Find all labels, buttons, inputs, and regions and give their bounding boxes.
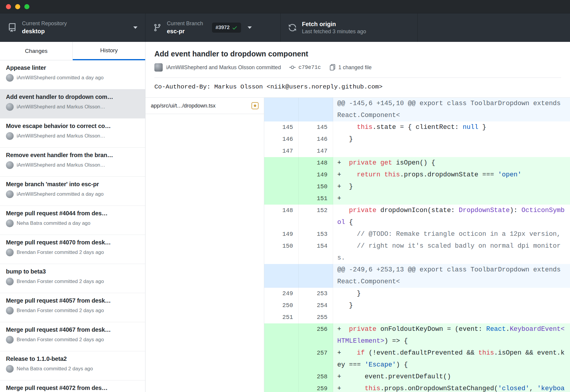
- tab-changes[interactable]: Changes: [0, 42, 73, 60]
- commit-list-item[interactable]: Appease linteriAmWillShepherd committed …: [0, 60, 145, 89]
- diff-code-line: private dropdownIcon(state: DropdownStat…: [333, 205, 570, 228]
- diff-row-context: 149153 // @TODO: Remake triangle octicon…: [264, 228, 570, 240]
- diff-row-context: 250254 }: [264, 300, 570, 312]
- commit-item-meta: Brendan Forster committed 2 days ago: [6, 249, 139, 256]
- commit-item-byline: iAmWillShepherd and Markus Olsson…: [17, 104, 105, 110]
- avatar: [6, 365, 14, 373]
- commit-item-byline: iAmWillShepherd committed a day ago: [17, 75, 104, 81]
- window-zoom-button[interactable]: [24, 4, 29, 9]
- commit-list-item[interactable]: Merge branch 'master' into esc-priAmWill…: [0, 177, 145, 206]
- avatar: [6, 132, 14, 140]
- commit-list-item[interactable]: Merge pull request #4067 from desk…Brend…: [0, 322, 145, 351]
- diff-row-added: 149+ return this.props.dropdownState ===…: [264, 169, 570, 181]
- current-repository-value: desktop: [22, 28, 67, 35]
- diff-viewer: @@ -145,6 +145,10 @@ export class Toolba…: [264, 98, 570, 392]
- commit-item-byline: iAmWillShepherd and Markus Olsson…: [17, 162, 105, 168]
- commit-item-meta: iAmWillShepherd committed a day ago: [6, 190, 139, 198]
- commit-item-title: Move escape behavior to correct co…: [6, 123, 139, 129]
- diff-new-line-number: 152: [299, 205, 333, 228]
- commit-description: Co-Authored-By: Markus Olsson <niik@user…: [154, 78, 561, 97]
- sidebar-tabs: Changes History: [0, 42, 145, 60]
- commit-item-meta: Neha Batra committed a day ago: [6, 219, 139, 227]
- commit-sha: c79e71c: [298, 64, 321, 70]
- commit-list-item[interactable]: Release to 1.1.0-beta2Neha Batra committ…: [0, 351, 145, 380]
- diff-row-added: 150+ }: [264, 181, 570, 193]
- tab-history[interactable]: History: [73, 42, 145, 60]
- diff-code-line: + this.props.onDropdownStateChanged('clo…: [333, 383, 570, 392]
- diff-old-line-number: 148: [264, 205, 299, 228]
- commit-list-item[interactable]: bump to beta3Brendan Forster committed 2…: [0, 264, 145, 293]
- diff-old-line-number: 147: [264, 145, 299, 157]
- diff-new-line-number: 150: [299, 181, 333, 193]
- commit-item-title: bump to beta3: [6, 268, 139, 275]
- commit-list-item[interactable]: Add event handler to dropdown com…iAmWil…: [0, 89, 145, 118]
- avatar: [154, 63, 163, 72]
- diff-code-line: [333, 145, 570, 157]
- commit-title: Add event handler to dropdown component: [154, 50, 561, 58]
- window-minimize-button[interactable]: [15, 4, 20, 9]
- diff-old-line-number: [264, 347, 299, 371]
- diff-old-line-number: [264, 169, 299, 181]
- diff-new-line-number: 256: [299, 323, 333, 347]
- diff-row-added: 258+ event.preventDefault(): [264, 371, 570, 383]
- diff-code-line: // right now it's scaled badly on normal…: [333, 240, 570, 264]
- diff-row-context: 146146 }: [264, 133, 570, 145]
- traffic-lights: [0, 4, 29, 9]
- commit-list-item[interactable]: Move escape behavior to correct co…iAmWi…: [0, 118, 145, 148]
- commit-item-title: Merge pull request #4072 from des…: [6, 385, 139, 391]
- commit-item-title: Remove event handler from the bran…: [6, 152, 139, 159]
- diff-row-context: 251255: [264, 312, 570, 323]
- diff-old-line-number: 149: [264, 228, 299, 240]
- commit-item-title: Merge pull request #4070 from desk…: [6, 239, 139, 246]
- diff-old-line-number: [264, 383, 299, 392]
- commit-summary: Add event handler to dropdown component …: [145, 42, 570, 98]
- window-titlebar: [0, 0, 570, 13]
- check-icon: [232, 25, 238, 31]
- diff-new-line-number: [299, 264, 333, 288]
- commit-item-title: Merge pull request #4057 from desk…: [6, 297, 139, 304]
- diff-new-line-number: 259: [299, 383, 333, 392]
- current-branch-button[interactable]: Current Branch esc-pr #3972: [145, 13, 281, 42]
- commit-list-item[interactable]: Merge pull request #4072 from des…: [0, 380, 145, 392]
- fetch-origin-label: Fetch origin: [302, 20, 366, 28]
- commit-item-title: Appease linter: [6, 64, 139, 71]
- pr-status-badge[interactable]: #3972: [212, 23, 241, 33]
- commit-item-title: Merge pull request #4044 from des…: [6, 210, 139, 217]
- diff-old-line-number: [264, 323, 299, 347]
- diff-code-line: + return this.props.dropdownState === 'o…: [333, 169, 570, 181]
- diff-code-line: +: [333, 193, 570, 205]
- diff-old-line-number: [264, 193, 299, 205]
- current-branch-value: esc-pr: [167, 28, 203, 35]
- commit-list: Appease linteriAmWillShepherd committed …: [0, 60, 145, 392]
- changed-files-icon: [329, 64, 336, 71]
- commit-item-meta: Brendan Forster committed 2 days ago: [6, 336, 139, 344]
- diff-code-line: @@ -249,6 +253,13 @@ export class Toolba…: [333, 264, 570, 288]
- avatar: [6, 249, 14, 256]
- file-list-item[interactable]: app/src/ui/t…/dropdown.tsx: [145, 98, 264, 114]
- git-commit-icon: [289, 64, 296, 71]
- diff-new-line-number: 258: [299, 371, 333, 383]
- window-close-button[interactable]: [6, 4, 11, 9]
- commit-byline: iAmWillShepherd and Markus Olsson commit…: [166, 64, 281, 71]
- diff-new-line-number: 257: [299, 347, 333, 371]
- commit-list-item[interactable]: Merge pull request #4070 from desk…Brend…: [0, 235, 145, 264]
- sync-icon: [288, 23, 297, 32]
- file-path: app/src/ui/t…/dropdown.tsx: [151, 103, 216, 109]
- diff-new-line-number: 254: [299, 300, 333, 312]
- commit-list-item[interactable]: Merge pull request #4057 from desk…Brend…: [0, 293, 145, 322]
- fetch-status: Last fetched 3 minutes ago: [302, 29, 366, 35]
- diff-code-line: [333, 312, 570, 323]
- commit-list-item[interactable]: Merge pull request #4044 from des…Neha B…: [0, 206, 145, 235]
- diff-row-context: 148152 private dropdownIcon(state: Dropd…: [264, 205, 570, 228]
- diff-row-added: 151+: [264, 193, 570, 205]
- diff-new-line-number: 255: [299, 312, 333, 323]
- diff-new-line-number: 148: [299, 157, 333, 169]
- diff-new-line-number: 149: [299, 169, 333, 181]
- avatar: [6, 307, 14, 314]
- sidebar: Changes History Appease linteriAmWillShe…: [0, 42, 145, 392]
- commit-list-item[interactable]: Remove event handler from the bran…iAmWi…: [0, 148, 145, 177]
- diff-code-line: + event.preventDefault(): [333, 371, 570, 383]
- current-repository-button[interactable]: Current Repository desktop: [0, 13, 145, 42]
- fetch-origin-button[interactable]: Fetch origin Last fetched 3 minutes ago: [281, 13, 418, 42]
- commit-item-byline: Neha Batra committed a day ago: [17, 220, 91, 226]
